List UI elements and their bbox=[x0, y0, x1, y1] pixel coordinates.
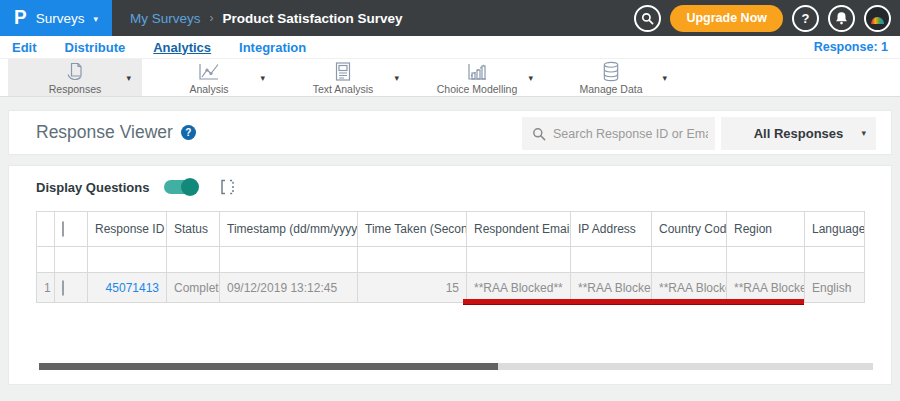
column-label: Respondent Email bbox=[474, 222, 571, 236]
notifications-button[interactable] bbox=[828, 5, 855, 32]
search-icon bbox=[532, 127, 546, 141]
nav-tab-integration[interactable]: Integration bbox=[239, 40, 306, 55]
col-respondent-email[interactable]: Respondent Email bbox=[467, 212, 571, 247]
row-number-cell: 1 bbox=[37, 273, 55, 303]
analytics-toolbar: Responses ▾ Analysis ▾ Text Analysis bbox=[0, 58, 900, 97]
toggle-knob bbox=[181, 178, 199, 196]
response-search-box[interactable] bbox=[522, 117, 715, 150]
filter-cell[interactable] bbox=[88, 247, 167, 273]
filter-row bbox=[37, 247, 865, 273]
chevron-down-icon[interactable]: ▾ bbox=[394, 73, 399, 83]
filter-cell[interactable] bbox=[805, 247, 865, 273]
row-checkbox[interactable] bbox=[62, 280, 64, 296]
nav-tab-edit[interactable]: Edit bbox=[12, 40, 37, 55]
col-language[interactable]: Language bbox=[805, 212, 865, 247]
cell-region: **RAA Blocked** bbox=[727, 273, 805, 303]
col-status[interactable]: Status bbox=[167, 212, 220, 247]
col-time-taken[interactable]: Time Taken (Seconds)⇅ bbox=[358, 212, 467, 247]
questionpro-logo: P bbox=[14, 6, 27, 29]
column-label: Country Code bbox=[659, 222, 727, 236]
cell-time-taken: 15 bbox=[358, 273, 467, 303]
toolbar-item-manage-data[interactable]: Manage Data ▾ bbox=[544, 59, 678, 96]
avatar-image bbox=[871, 17, 884, 24]
breadcrumb-separator: › bbox=[210, 11, 214, 25]
search-input[interactable] bbox=[553, 127, 708, 141]
cell-ip-address: **RAA Blocked** bbox=[571, 273, 652, 303]
column-label: Language bbox=[812, 222, 865, 236]
row-select-cell bbox=[55, 273, 88, 303]
column-label: IP Address bbox=[578, 222, 636, 236]
avatar[interactable] bbox=[864, 5, 891, 32]
breadcrumb: My Surveys › Product Satisfaction Survey bbox=[130, 11, 403, 26]
search-icon bbox=[641, 12, 654, 25]
display-questions-toggle[interactable] bbox=[164, 180, 198, 194]
text-analysis-icon bbox=[333, 61, 353, 82]
cell-timestamp: 09/12/2019 13:12:45 bbox=[220, 273, 358, 303]
table-controls: Display Questions bbox=[36, 178, 236, 196]
chevron-down-icon[interactable]: ▾ bbox=[260, 73, 265, 83]
help-button[interactable]: ? bbox=[792, 5, 819, 32]
toolbar-label: Responses bbox=[49, 83, 102, 95]
filter-cell[interactable] bbox=[467, 247, 571, 273]
toolbar-item-choice-modelling[interactable]: Choice Modelling ▾ bbox=[410, 59, 544, 96]
filter-cell[interactable] bbox=[358, 247, 467, 273]
analysis-icon bbox=[197, 61, 221, 82]
survey-nav: Edit Distribute Analytics Integration Re… bbox=[0, 36, 900, 58]
breadcrumb-my-surveys[interactable]: My Surveys bbox=[130, 11, 201, 26]
filter-selected-value: All Responses bbox=[754, 126, 844, 141]
col-timestamp[interactable]: Timestamp (dd/mm/yyyy)⇅ bbox=[220, 212, 358, 247]
chevron-down-icon[interactable]: ▾ bbox=[528, 73, 533, 83]
chevron-down-icon: ▾ bbox=[93, 14, 98, 24]
response-id-link[interactable]: 45071413 bbox=[106, 281, 159, 295]
nav-tab-analytics[interactable]: Analytics bbox=[153, 40, 211, 55]
viewer-help-icon[interactable]: ? bbox=[181, 125, 196, 140]
chevron-down-icon[interactable]: ▾ bbox=[126, 73, 131, 83]
column-fit-button[interactable] bbox=[219, 178, 236, 196]
breadcrumb-survey-title: Product Satisfaction Survey bbox=[223, 11, 403, 26]
col-ip-address[interactable]: IP Address bbox=[571, 212, 652, 247]
responses-filter-dropdown[interactable]: All Responses ▾ bbox=[721, 117, 876, 150]
filter-cell[interactable] bbox=[571, 247, 652, 273]
nav-tab-distribute[interactable]: Distribute bbox=[65, 40, 126, 55]
toolbar-label: Choice Modelling bbox=[437, 83, 518, 95]
row-number-header bbox=[37, 212, 55, 247]
toolbar-item-responses[interactable]: Responses ▾ bbox=[8, 59, 142, 96]
surveys-menu[interactable]: P Surveys ▾ bbox=[0, 0, 112, 36]
cell-status: Completed bbox=[167, 273, 220, 303]
filter-cell bbox=[37, 247, 55, 273]
brackets-icon bbox=[219, 178, 236, 196]
toolbar-label: Analysis bbox=[189, 83, 228, 95]
column-label: Timestamp (dd/mm/yyyy) bbox=[227, 222, 358, 236]
filter-cell[interactable] bbox=[167, 247, 220, 273]
select-all-checkbox[interactable] bbox=[62, 221, 64, 237]
col-response-id[interactable]: Response ID▼ bbox=[88, 212, 167, 247]
toolbar-item-analysis[interactable]: Analysis ▾ bbox=[142, 59, 276, 96]
column-label: Status bbox=[174, 222, 208, 236]
toolbar-item-text-analysis[interactable]: Text Analysis ▾ bbox=[276, 59, 410, 96]
upgrade-now-button[interactable]: Upgrade Now bbox=[670, 5, 783, 32]
col-country-code[interactable]: Country Code bbox=[652, 212, 727, 247]
header-row: Response ID▼ Status Timestamp (dd/mm/yyy… bbox=[37, 212, 865, 247]
response-grid: Response ID▼ Status Timestamp (dd/mm/yyy… bbox=[36, 211, 865, 303]
filter-cell[interactable] bbox=[220, 247, 358, 273]
red-annotation-underline bbox=[463, 299, 804, 305]
cell-language: English bbox=[805, 273, 865, 303]
column-label: Response ID bbox=[95, 222, 164, 236]
filter-cell[interactable] bbox=[652, 247, 727, 273]
col-region[interactable]: Region bbox=[727, 212, 805, 247]
search-button[interactable] bbox=[634, 5, 661, 32]
scrollbar-thumb[interactable] bbox=[39, 363, 498, 370]
cell-respondent-email: **RAA Blocked** bbox=[467, 273, 571, 303]
response-table-card: Display Questions Response ID▼ bbox=[8, 165, 892, 385]
question-mark-icon: ? bbox=[802, 11, 810, 26]
select-all-cell bbox=[55, 212, 88, 247]
column-label: Time Taken (Seconds) bbox=[365, 222, 467, 236]
viewer-controls: All Responses ▾ bbox=[522, 117, 876, 150]
top-bar: P Surveys ▾ My Surveys › Product Satisfa… bbox=[0, 0, 900, 36]
horizontal-scrollbar[interactable] bbox=[39, 363, 873, 370]
page-title: Response Viewer bbox=[36, 122, 173, 143]
filter-cell[interactable] bbox=[727, 247, 805, 273]
cell-response-id: 45071413 bbox=[88, 273, 167, 303]
chevron-down-icon[interactable]: ▾ bbox=[662, 73, 667, 83]
bell-icon bbox=[835, 11, 848, 25]
